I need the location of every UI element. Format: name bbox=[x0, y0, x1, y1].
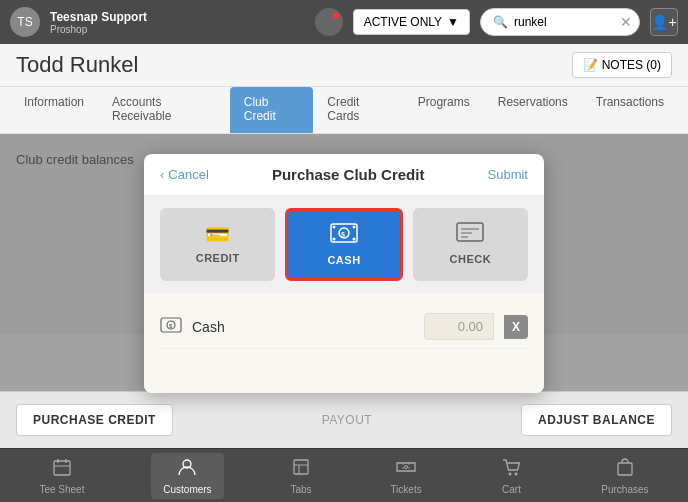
payment-methods: 💳 CREDIT $ bbox=[144, 196, 544, 293]
submit-button[interactable]: Submit bbox=[488, 167, 528, 182]
nav-label-tee-sheet: Tee Sheet bbox=[39, 484, 84, 495]
bottom-buttons: PURCHASE CREDIT PAYOUT ADJUST BALANCE bbox=[0, 391, 688, 448]
active-only-dropdown[interactable]: ACTIVE ONLY ▼ bbox=[353, 9, 470, 35]
nav-item-tee-sheet[interactable]: Tee Sheet bbox=[27, 453, 96, 499]
tee-sheet-icon bbox=[52, 457, 72, 482]
notification-dot bbox=[315, 8, 343, 36]
cash-payment-button[interactable]: $ CASH bbox=[285, 208, 402, 281]
check-payment-button[interactable]: CHECK bbox=[413, 208, 528, 281]
line-items: $ Cash X bbox=[144, 293, 544, 373]
top-nav: TS Teesnap Support Proshop ACTIVE ONLY ▼… bbox=[0, 0, 688, 44]
notes-icon: 📝 bbox=[583, 58, 598, 72]
svg-rect-7 bbox=[457, 223, 483, 241]
svg-rect-25 bbox=[618, 463, 632, 475]
nav-item-purchases[interactable]: Purchases bbox=[589, 453, 660, 499]
search-input[interactable] bbox=[514, 15, 614, 29]
svg-point-24 bbox=[514, 472, 517, 475]
user-sub: Proshop bbox=[50, 24, 147, 35]
avatar: TS bbox=[10, 7, 40, 37]
modal: ‹ Cancel Purchase Club Credit Submit 💳 C… bbox=[144, 154, 544, 393]
svg-point-4 bbox=[352, 226, 355, 229]
nav-label-tickets: Tickets bbox=[390, 484, 421, 495]
payout-label: PAYOUT bbox=[322, 413, 373, 427]
svg-rect-19 bbox=[294, 460, 308, 474]
svg-rect-14 bbox=[54, 461, 70, 475]
notes-button[interactable]: 📝 NOTES (0) bbox=[572, 52, 672, 78]
svg-point-23 bbox=[508, 472, 511, 475]
svg-point-3 bbox=[332, 226, 335, 229]
credit-card-icon: 💳 bbox=[205, 222, 231, 246]
modal-footer-space bbox=[144, 373, 544, 393]
cancel-button[interactable]: ‹ Cancel bbox=[160, 167, 209, 182]
nav-label-cart: Cart bbox=[502, 484, 521, 495]
modal-header: ‹ Cancel Purchase Club Credit Submit bbox=[144, 154, 544, 196]
nav-item-customers[interactable]: Customers bbox=[151, 453, 223, 499]
chevron-left-icon: ‹ bbox=[160, 167, 164, 182]
user-text: Teesnap Support Proshop bbox=[50, 10, 147, 35]
svg-point-22 bbox=[405, 465, 408, 468]
tab-credit-cards[interactable]: Credit Cards bbox=[313, 87, 403, 133]
app-layout: TS Teesnap Support Proshop ACTIVE ONLY ▼… bbox=[0, 0, 688, 502]
add-user-button[interactable]: 👤+ bbox=[650, 8, 678, 36]
purchases-icon bbox=[615, 457, 635, 482]
tab-accounts-receivable[interactable]: Accounts Receivable bbox=[98, 87, 230, 133]
tab-information[interactable]: Information bbox=[10, 87, 98, 133]
nav-label-tabs: Tabs bbox=[290, 484, 311, 495]
tabs-icon bbox=[291, 457, 311, 482]
check-icon bbox=[456, 222, 484, 247]
modal-overlay: ‹ Cancel Purchase Club Credit Submit 💳 C… bbox=[0, 134, 688, 391]
tickets-icon bbox=[395, 457, 417, 482]
tabs-bar: Information Accounts Receivable Club Cre… bbox=[0, 87, 688, 134]
cash-icon: $ bbox=[330, 223, 358, 248]
purchase-credit-button[interactable]: PURCHASE CREDIT bbox=[16, 404, 173, 436]
nav-label-purchases: Purchases bbox=[601, 484, 648, 495]
page-title: Todd Runkel bbox=[16, 52, 138, 78]
line-item-cash-icon: $ bbox=[160, 317, 182, 337]
tab-club-credit[interactable]: Club Credit bbox=[230, 87, 314, 133]
adjust-balance-button[interactable]: ADJUST BALANCE bbox=[521, 404, 672, 436]
customers-icon bbox=[176, 457, 198, 482]
cash-amount-input[interactable] bbox=[424, 313, 494, 340]
mid-section: Club credit balances ‹ Cancel Purchase C… bbox=[0, 134, 688, 391]
credit-payment-button[interactable]: 💳 CREDIT bbox=[160, 208, 275, 281]
clear-amount-button[interactable]: X bbox=[504, 315, 528, 339]
search-bar: 🔍 ✕ bbox=[480, 8, 640, 36]
tab-reservations[interactable]: Reservations bbox=[484, 87, 582, 133]
modal-title: Purchase Club Credit bbox=[272, 166, 425, 183]
line-item-label: Cash bbox=[192, 319, 414, 335]
nav-label-customers: Customers bbox=[163, 484, 211, 495]
tab-transactions[interactable]: Transactions bbox=[582, 87, 678, 133]
cart-icon bbox=[501, 457, 523, 482]
nav-item-tabs[interactable]: Tabs bbox=[278, 453, 323, 499]
search-icon: 🔍 bbox=[493, 15, 508, 29]
search-clear-icon[interactable]: ✕ bbox=[620, 14, 632, 30]
nav-item-tickets[interactable]: Tickets bbox=[378, 453, 433, 499]
nav-item-cart[interactable]: Cart bbox=[489, 453, 535, 499]
user-name: Teesnap Support bbox=[50, 10, 147, 24]
tab-programs[interactable]: Programs bbox=[404, 87, 484, 133]
svg-point-6 bbox=[352, 238, 355, 241]
bottom-nav: Tee Sheet Customers Tabs bbox=[0, 448, 688, 502]
svg-text:$: $ bbox=[341, 231, 345, 239]
page-header: Todd Runkel 📝 NOTES (0) bbox=[0, 44, 688, 87]
chevron-down-icon: ▼ bbox=[447, 15, 459, 29]
svg-point-5 bbox=[332, 238, 335, 241]
line-item: $ Cash X bbox=[160, 305, 528, 349]
